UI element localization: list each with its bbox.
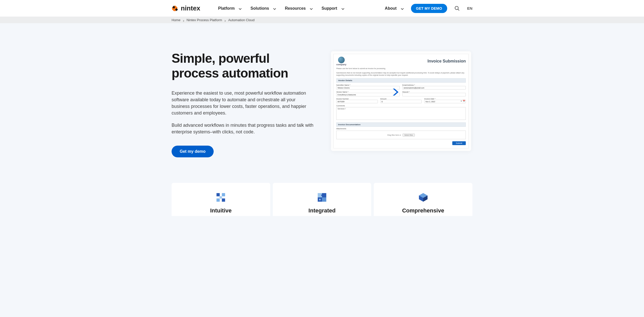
svg-rect-6: [222, 193, 225, 196]
globe-icon: [338, 57, 345, 63]
select-files-button[interactable]: Select files: [403, 134, 415, 136]
invoice-documentation-header: Invoice Documentation: [336, 122, 466, 127]
breadcrumb-current: Automation Cloud: [228, 18, 254, 22]
feature-intuitive: Intuitive: [172, 183, 270, 216]
svg-point-9: [220, 196, 222, 199]
svg-point-3: [455, 6, 458, 9]
svg-rect-5: [217, 193, 220, 196]
amount-label: Amount: [380, 98, 422, 100]
form-company-logo: company: [336, 57, 346, 66]
breadcrumb-platform[interactable]: Nintex Process Platform: [187, 18, 222, 22]
integrated-icon: [317, 192, 327, 203]
page-title: Simple, powerful process automation: [172, 51, 314, 81]
chevron-down-icon: [401, 7, 404, 10]
svg-rect-8: [222, 198, 225, 202]
invoice-date-input[interactable]: [424, 100, 466, 103]
play-chevron-icon: [391, 88, 400, 96]
feature-comprehensive: Comprehensive: [374, 183, 472, 216]
feature-title: Intuitive: [179, 207, 263, 214]
language-selector[interactable]: EN: [467, 6, 472, 10]
chevron-right-icon: [224, 19, 226, 21]
comments-textarea[interactable]: Services f: [336, 107, 466, 120]
form-title: Invoice Submission: [428, 59, 466, 64]
breadcrumb-home[interactable]: Home: [172, 18, 181, 22]
site-header: nintex Platform Solutions Resources Supp…: [0, 0, 644, 17]
email-address-input[interactable]: [402, 86, 466, 90]
feature-title: Integrated: [280, 207, 364, 214]
file-drop-area[interactable]: Drag files here or Select files: [336, 131, 466, 139]
vendor-details-header: Vendor Details: [336, 78, 466, 83]
clear-date-icon[interactable]: ✕: [460, 100, 462, 102]
chevron-down-icon: [239, 7, 242, 10]
deposit-input[interactable]: [402, 93, 466, 96]
comprehensive-icon: [418, 192, 429, 203]
amount-input[interactable]: [380, 100, 422, 103]
search-icon[interactable]: [454, 6, 460, 11]
calendar-icon[interactable]: 📅: [463, 100, 465, 102]
chevron-down-icon: [310, 7, 313, 10]
get-my-demo-button[interactable]: GET MY DEMO: [411, 4, 447, 13]
svg-rect-13: [322, 197, 326, 202]
email-address-label: Email Address *: [402, 84, 466, 86]
feature-integrated: Integrated: [273, 183, 371, 216]
nav-support[interactable]: Support: [321, 6, 344, 11]
form-submit-button[interactable]: Submit: [452, 141, 466, 145]
chevron-right-icon: [183, 19, 185, 21]
chevron-down-icon: [341, 7, 344, 10]
svg-rect-7: [217, 198, 220, 202]
nav-about[interactable]: About: [385, 6, 404, 11]
submitter-name-input[interactable]: [336, 86, 400, 90]
hero-paragraph-1: Experience the easiest to use, most powe…: [172, 90, 314, 116]
nav-solutions[interactable]: Solutions: [250, 6, 276, 11]
nav-platform[interactable]: Platform: [218, 6, 242, 11]
svg-line-4: [458, 9, 459, 10]
vendor-name-input[interactable]: [336, 93, 400, 96]
form-intro: Please use the form below to submit an i…: [336, 67, 466, 70]
primary-nav: Platform Solutions Resources Support: [218, 6, 344, 11]
hero-paragraph-2: Build advanced workflows in minutes that…: [172, 122, 314, 135]
form-note: Submissions that do not include supporti…: [336, 72, 466, 76]
intuitive-icon: [215, 192, 226, 203]
submitter-name-label: Submitter Name *: [336, 84, 400, 86]
vendor-name-label: Vendor Name *: [336, 91, 400, 93]
feature-cards: Intuitive Integrated Comprehensive: [172, 183, 472, 216]
hero-section: Simple, powerful process automation Expe…: [172, 23, 472, 173]
attachments-label: Attachments: [336, 128, 466, 130]
brand-mark-icon: [172, 5, 179, 12]
svg-point-15: [319, 199, 320, 200]
feature-title: Comprehensive: [381, 207, 465, 214]
brand-logo[interactable]: nintex: [172, 4, 200, 12]
form-screenshot: company Invoice Submission Please use th…: [331, 51, 471, 151]
invoice-date-label: Invoice Date *: [424, 98, 466, 100]
brand-name: nintex: [181, 4, 200, 12]
hero-demo-button[interactable]: Get my demo: [172, 146, 214, 157]
comments-label: Comments: [336, 105, 466, 107]
breadcrumb: Home Nintex Process Platform Automation …: [0, 17, 644, 23]
chevron-down-icon: [273, 7, 276, 10]
invoice-number-label: Invoice Number: [336, 98, 378, 100]
nav-resources[interactable]: Resources: [285, 6, 313, 11]
deposit-label: Deposit *: [402, 91, 466, 93]
svg-point-14: [321, 194, 323, 196]
invoice-number-input[interactable]: [336, 100, 378, 103]
